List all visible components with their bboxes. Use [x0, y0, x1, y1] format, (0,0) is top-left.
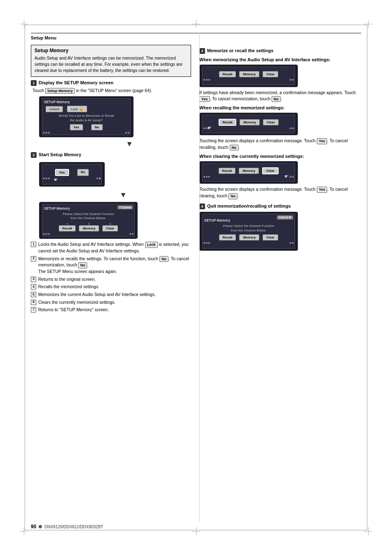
screen-r4-memory-btn[interactable]: Memory	[239, 234, 259, 240]
two-col-layout: Setup Memory Audio Setup and AV Interfac…	[31, 45, 361, 314]
r3-memory-btn[interactable]: Memory	[239, 168, 259, 174]
arrow-down-1: ▼	[68, 140, 191, 149]
step3-num: 3	[199, 48, 205, 54]
device-screen-r2: Recall Memory Clear ☛	[199, 113, 298, 135]
clear-group: 6 Clear	[102, 222, 118, 231]
screen-r4-lines: Please Select the Desired Function from …	[223, 224, 274, 233]
screen-r4-cancel-btn[interactable]: SETUP MemoryCancel ☛	[277, 215, 293, 220]
bullet-text-2: Memorizes or recalls the settings. To ca…	[38, 256, 191, 275]
device-screen-r3: Recall Memory Clear ☛	[199, 161, 298, 184]
bullet-text-5: Memorizes the current Audio Setup and AV…	[38, 291, 156, 298]
screen2b-cancel-btn[interactable]: 7 Cancel	[118, 206, 133, 209]
desc-recalling: Touching the screen displays a confirmat…	[199, 138, 361, 150]
page-model: DNX8120/DDX812/DDX8032BT	[44, 525, 103, 529]
screen2a-no-btn[interactable]: No	[77, 169, 89, 176]
recall-group: 4 Recall	[59, 222, 76, 231]
screen1-unlock-btn[interactable]: Unlock	[46, 106, 63, 112]
r2-clear-btn[interactable]: Clear	[263, 119, 279, 125]
bullet-item-3: 3 Returns to the original screen.	[31, 276, 191, 282]
screen1-yes-btn[interactable]: Yes	[70, 124, 83, 130]
step3-title: Memorize or recall the settings	[207, 48, 273, 53]
bullet-text-3: Returns to the original screen.	[38, 276, 96, 282]
screen1-yes-no: Yes No	[70, 124, 103, 130]
screen2a-yes-btn[interactable]: Yes	[55, 169, 69, 176]
page-number: 90	[31, 524, 36, 530]
bullet-num-6: 6	[31, 300, 36, 305]
screen2b-clear-btn[interactable]: Clear	[102, 225, 118, 231]
step4-num: 4	[199, 204, 205, 209]
screen-r4-inner: SETUP MemoryCancel ☛ SETUP Memory Please…	[202, 214, 295, 249]
device-screen-2a: Yes No ☛	[39, 162, 105, 187]
bullet-num-1: 1	[31, 242, 36, 247]
bullet-text-4: Recalls the memorized settings.	[38, 284, 99, 290]
bullet-item-2: 2 Memorizes or recalls the settings. To …	[31, 256, 191, 275]
bullet-num-5: 5	[31, 292, 36, 297]
header-rule: Setup Menu	[31, 33, 361, 41]
screen2b-bottom	[42, 233, 134, 235]
touch-hand-r3: ☛	[284, 173, 289, 179]
step4-title: Quit memorization/recalling of settings	[207, 204, 291, 208]
setup-memory-section: Setup Memory Audio Setup and AV Interfac…	[31, 45, 191, 77]
step4-header: 4 Quit memorization/recalling of setting…	[199, 204, 361, 209]
crosshair-tr	[364, 20, 372, 28]
page-title: Setup Menu	[31, 35, 56, 40]
memory-group: 5 Memory	[79, 222, 99, 231]
column-divider	[199, 33, 200, 522]
device-screen-r4: SETUP MemoryCancel ☛ SETUP Memory Please…	[199, 212, 298, 251]
main-content: Setup Menu Setup Memory Audio Setup and …	[31, 33, 361, 522]
r1-clear-btn[interactable]: Clear	[263, 71, 278, 77]
screen2b-memory-btn[interactable]: Memory	[79, 225, 99, 231]
r1-recall-btn[interactable]: Recall	[219, 71, 236, 77]
footer-bullet	[39, 525, 42, 528]
screen-r4-recall-btn[interactable]: Recall	[219, 234, 236, 240]
sub-header-clearing: When clearing the currently memorized se…	[199, 154, 361, 159]
r3-recall-btn[interactable]: Recall	[219, 168, 236, 174]
r3-clear-btn[interactable]: Clear	[262, 167, 279, 174]
screen1-title-row: SETUP Memory	[42, 100, 130, 104]
screen-r3-bottom	[203, 176, 295, 178]
r2-recall-btn[interactable]: Recall	[219, 119, 237, 126]
r1-memory-btn[interactable]: Memory	[239, 71, 259, 77]
screen2b-lines: Please Select the Desired Function from …	[63, 212, 114, 221]
step1-button[interactable]: Setup Memory	[45, 88, 75, 94]
screen1-inner: SETUP Memory Unlock Lock 🔒	[42, 98, 131, 135]
bullet-num-3: 3	[31, 277, 36, 282]
screen-r3-buttons: Recall Memory Clear	[219, 167, 279, 174]
screen2a-inner: Yes No ☛	[42, 164, 102, 185]
screen-r4-action-btns: Recall Memory Clear	[219, 234, 278, 240]
step2-num: 2	[31, 152, 37, 158]
step1-touch-line: Touch Setup Memory in the "SETUP Menu" s…	[31, 88, 191, 94]
screen-r4-clear-btn[interactable]: Clear	[263, 234, 278, 240]
bullet-list: 1 Locks the Audio Setup and AV Interface…	[31, 241, 191, 313]
desc-memorizing: If settings have already been memorized,…	[199, 90, 361, 102]
device-screen-r1: Recall Memory Clear	[199, 65, 298, 87]
sub-header-recalling: When recalling the memorized settings:	[199, 105, 361, 110]
screen2b-action-btns: 4 Recall 5 Memory 6 Clear	[59, 222, 118, 231]
screen2a-bottom	[42, 178, 101, 179]
step2-title: Start Setup Memory	[39, 152, 81, 157]
screen-r4-title: SETUP Memory	[204, 218, 230, 222]
bullet-item-5: 5 Memorizes the current Audio Setup and …	[31, 291, 191, 298]
bullet-text-6: Clears the currently memorized settings.	[38, 299, 115, 305]
screen1-no-btn[interactable]: No	[91, 124, 103, 130]
bullet-text-7: Returns to "SETUP Memory" screen.	[38, 307, 109, 313]
device-screen-2b: 7 Cancel SETUP Memory Please Select the …	[39, 202, 138, 239]
clear-icon-label: 6	[102, 222, 118, 225]
cancel-icon-num: 7	[119, 206, 121, 209]
step1-touch-text: Touch	[32, 88, 44, 93]
screen2b-inner: 7 Cancel SETUP Memory Please Select the …	[42, 204, 135, 237]
setup-memory-title: Setup Memory	[35, 48, 187, 53]
memory-icon-label: 5	[79, 222, 99, 225]
right-column: 3 Memorize or recall the settings When m…	[199, 45, 361, 314]
screen-r1-bottom	[203, 79, 295, 81]
step1-num: 1	[31, 80, 37, 86]
r2-memory-btn[interactable]: Memory	[240, 119, 260, 125]
bullet-num-7: 7	[31, 307, 36, 312]
screen2b-recall-btn[interactable]: Recall	[59, 225, 76, 231]
desc-clearing: Touching the screen displays a confirmat…	[199, 186, 361, 199]
bullet-item-6: 6 Clears the currently memorized setting…	[31, 299, 191, 305]
setup-memory-intro: Audio Setup and AV Interface settings ca…	[35, 55, 187, 74]
step1-in-text: in the "SETUP Menu" screen (page 64).	[76, 88, 152, 93]
screen1-lock-btn[interactable]: Lock 🔒	[67, 106, 87, 112]
page-border-left	[25, 25, 25, 530]
